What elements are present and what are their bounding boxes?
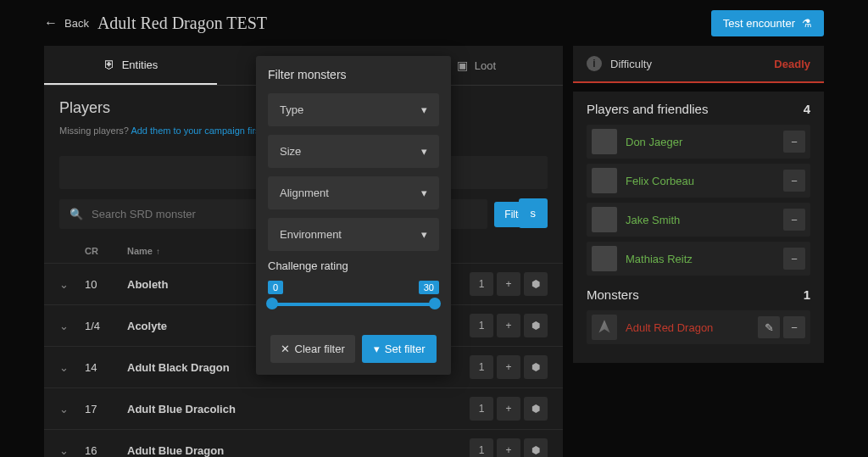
die-icon[interactable]: ⬢ — [524, 272, 548, 296]
player-name[interactable]: Felix Corbeau — [626, 175, 775, 187]
remove-button[interactable]: − — [783, 131, 805, 153]
filter-actions: ✕ Clear filter ▾ Set filter — [268, 335, 439, 363]
sort-asc-icon: ↑ — [156, 247, 160, 256]
flask-icon: ⚗ — [802, 17, 812, 30]
cell-name[interactable]: Adult Blue Dracolich — [127, 403, 327, 415]
x-icon: ✕ — [281, 343, 290, 355]
filter-type-label: Type — [280, 103, 303, 116]
hint-prefix: Missing players? — [59, 125, 131, 136]
remove-button[interactable]: − — [783, 170, 805, 192]
caret-down-icon: ▾ — [421, 145, 427, 158]
table-row: ⌄17Adult Blue Dracolich1+⬢ — [44, 387, 563, 429]
monsters-count: 1 — [804, 287, 810, 302]
qty-badge[interactable]: 1 — [470, 272, 493, 296]
player-name[interactable]: Jake Smith — [626, 214, 775, 226]
die-icon[interactable]: ⬢ — [524, 438, 548, 457]
cell-cr: 16 — [85, 444, 127, 457]
expand-icon[interactable]: ⌄ — [59, 278, 69, 291]
remove-button[interactable]: − — [783, 209, 805, 231]
caret-down-icon: ▾ — [421, 187, 427, 199]
qty-badge[interactable]: 1 — [470, 438, 493, 457]
cr-max-label: 30 — [419, 281, 439, 294]
monsters-section-title: Monsters — [587, 287, 639, 302]
add-button[interactable]: + — [497, 438, 520, 457]
players-section-header: Players and friendlies 4 — [587, 102, 810, 116]
die-icon[interactable]: ⬢ — [524, 314, 548, 337]
qty-badge[interactable]: 1 — [470, 397, 493, 421]
cell-name[interactable]: Adult Blue Dragon — [127, 444, 327, 457]
qty-badge[interactable]: 1 — [470, 314, 493, 337]
expand-icon[interactable]: ⌄ — [59, 320, 69, 332]
test-encounter-button[interactable]: Test encounter ⚗ — [711, 10, 824, 36]
difficulty-label: Difficulty — [610, 58, 652, 70]
filter-environment-select[interactable]: Environment ▾ — [268, 218, 439, 251]
avatar — [592, 168, 617, 193]
slider-handle-max[interactable] — [429, 298, 441, 309]
avatar — [592, 315, 617, 340]
player-name[interactable]: Mathias Reitz — [626, 253, 775, 265]
funnel-icon: ▾ — [374, 343, 380, 355]
die-icon[interactable]: ⬢ — [524, 355, 548, 379]
filter-title: Filter monsters — [268, 68, 439, 81]
player-row: Felix Corbeau− — [587, 164, 810, 198]
cell-cr: 14 — [85, 361, 127, 374]
table-row: ⌄16Adult Blue Dragon1+⬢ — [44, 429, 563, 457]
filter-alignment-label: Alignment — [280, 187, 329, 199]
page-title: Adult Red Dragon TEST — [97, 14, 267, 33]
set-filter-label: Set filter — [385, 343, 426, 355]
monster-row: Adult Red Dragon✎− — [587, 310, 810, 344]
remove-button[interactable]: − — [783, 316, 805, 338]
set-filter-button[interactable]: ▾ Set filter — [362, 335, 437, 363]
header-cr[interactable]: CR — [85, 246, 127, 256]
topbar: ← Back Adult Red Dragon TEST Test encoun… — [0, 0, 868, 46]
player-row: Mathias Reitz− — [587, 242, 810, 276]
chest-icon: ▣ — [457, 59, 468, 72]
cr-slider[interactable]: 0 30 — [268, 287, 439, 315]
cell-cr: 10 — [85, 278, 127, 291]
caret-down-icon: ▾ — [421, 103, 427, 116]
right-panel: i Difficulty Deadly Players and friendli… — [573, 46, 824, 457]
filter-alignment-select[interactable]: Alignment ▾ — [268, 176, 439, 209]
cr-min-label: 0 — [268, 281, 283, 294]
die-icon[interactable]: ⬢ — [524, 397, 548, 421]
qty-badge[interactable]: 1 — [470, 355, 493, 379]
filter-environment-label: Environment — [280, 228, 342, 241]
add-button[interactable]: + — [497, 397, 520, 421]
player-name[interactable]: Don Jaeger — [626, 136, 775, 148]
caret-down-icon: ▾ — [421, 228, 427, 241]
filter-type-select[interactable]: Type ▾ — [268, 93, 439, 126]
tab-entities[interactable]: ⛨ Entities — [44, 46, 217, 85]
add-button[interactable]: + — [497, 314, 520, 337]
filter-size-select[interactable]: Size ▾ — [268, 135, 439, 168]
cr-label: Challenge rating — [268, 259, 439, 272]
avatar — [592, 207, 617, 232]
back-arrow-icon: ← — [44, 15, 58, 31]
helmet-icon: ⛨ — [103, 58, 115, 71]
clear-filter-button[interactable]: ✕ Clear filter — [270, 335, 355, 363]
back-button[interactable]: ← Back — [44, 15, 89, 31]
monsters-section-header: Monsters 1 — [587, 287, 810, 302]
info-icon[interactable]: i — [587, 56, 602, 71]
edit-button[interactable]: ✎ — [758, 316, 780, 338]
add-players-link[interactable]: Add them to your campaign first — [131, 125, 262, 136]
slider-handle-min[interactable] — [266, 298, 278, 309]
hidden-blue-button[interactable]: s — [519, 198, 548, 228]
add-button[interactable]: + — [497, 272, 520, 296]
app-root: ← Back Adult Red Dragon TEST Test encoun… — [0, 0, 868, 457]
expand-icon[interactable]: ⌄ — [59, 444, 69, 457]
left-panel: ⛨ Entities ≡ General ▣ Loot Players Miss… — [44, 46, 563, 457]
back-label: Back — [64, 17, 89, 30]
avatar — [592, 246, 617, 271]
expand-icon[interactable]: ⌄ — [59, 361, 69, 374]
players-count: 4 — [804, 102, 810, 116]
expand-icon[interactable]: ⌄ — [59, 403, 69, 415]
remove-button[interactable]: − — [783, 248, 805, 270]
player-row: Jake Smith− — [587, 203, 810, 237]
filter-popover: Filter monsters Type ▾ Size ▾ Alignment … — [256, 56, 451, 375]
cell-cr: 1/4 — [85, 320, 127, 332]
difficulty-value: Deadly — [774, 58, 810, 70]
player-row: Don Jaeger− — [587, 125, 810, 159]
monster-name[interactable]: Adult Red Dragon — [626, 321, 749, 334]
add-button[interactable]: + — [497, 355, 520, 379]
tab-entities-label: Entities — [122, 59, 159, 71]
